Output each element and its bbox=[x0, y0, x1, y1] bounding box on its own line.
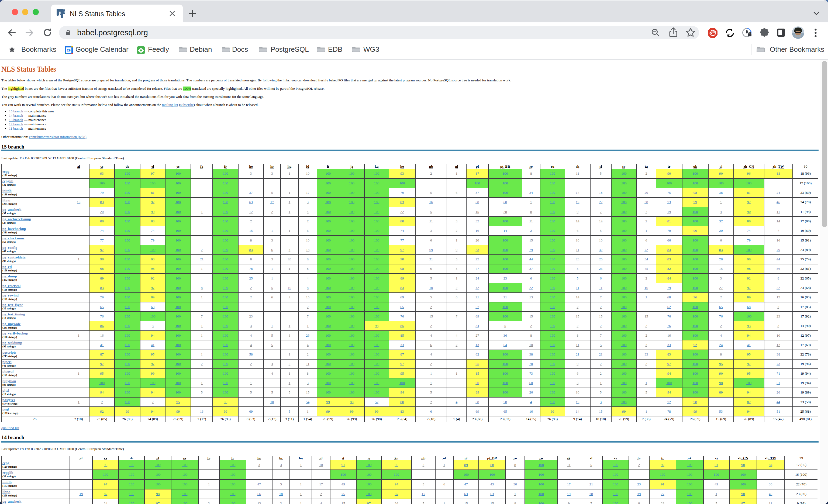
svg-text:29: 29 bbox=[67, 48, 71, 52]
